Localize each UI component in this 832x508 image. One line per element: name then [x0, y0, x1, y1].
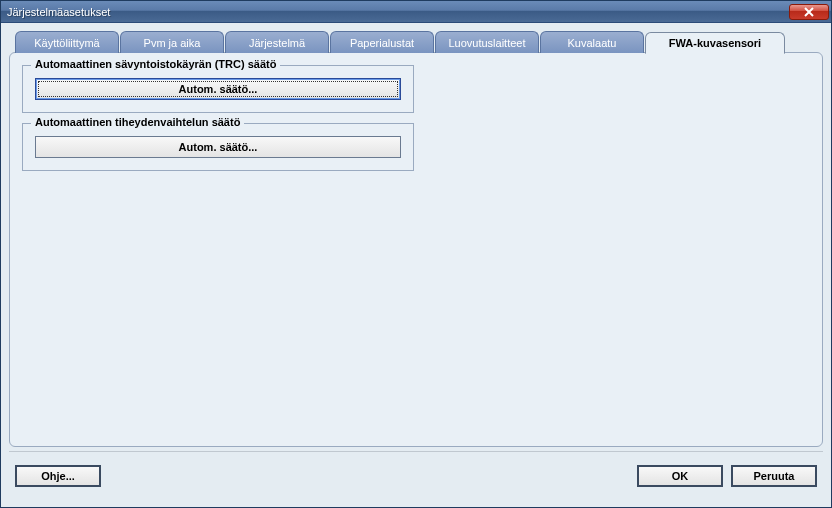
client-area: Käyttöliittymä Pvm ja aika Järjestelmä P…	[1, 23, 831, 507]
titlebar: Järjestelmäasetukset	[1, 1, 831, 23]
ok-button[interactable]: OK	[637, 465, 723, 487]
tab-paperialustat[interactable]: Paperialustat	[330, 31, 434, 53]
button-label: Ohje...	[41, 470, 75, 482]
tab-label: Paperialustat	[350, 37, 414, 49]
button-label: Peruuta	[754, 470, 795, 482]
tab-kuvalaatu[interactable]: Kuvalaatu	[540, 31, 644, 53]
auto-adjust-trc-button[interactable]: Autom. säätö...	[35, 78, 401, 100]
tab-label: Luovutuslaitteet	[448, 37, 525, 49]
bottom-right-buttons: OK Peruuta	[637, 465, 817, 487]
group-density-title: Automaattinen tiheydenvaihtelun säätö	[31, 116, 244, 128]
group-trc-title: Automaattinen sävyntoistokäyrän (TRC) sä…	[31, 58, 280, 70]
tab-kayttoliittyma[interactable]: Käyttöliittymä	[15, 31, 119, 53]
tab-label: Järjestelmä	[249, 37, 305, 49]
tab-label: Pvm ja aika	[144, 37, 201, 49]
tab-label: Käyttöliittymä	[34, 37, 99, 49]
button-label: OK	[672, 470, 689, 482]
tab-jarjestelma[interactable]: Järjestelmä	[225, 31, 329, 53]
window-title: Järjestelmäasetukset	[7, 6, 110, 18]
tab-label: FWA-kuvasensori	[669, 37, 761, 49]
close-button[interactable]	[789, 4, 829, 20]
button-label: Autom. säätö...	[179, 83, 258, 95]
tabs-row: Käyttöliittymä Pvm ja aika Järjestelmä P…	[9, 31, 823, 53]
help-button[interactable]: Ohje...	[15, 465, 101, 487]
window-root: Järjestelmäasetukset Käyttöliittymä Pvm …	[0, 0, 832, 508]
button-label: Autom. säätö...	[179, 141, 258, 153]
tab-fwa-kuvasensori[interactable]: FWA-kuvasensori	[645, 32, 785, 54]
tab-label: Kuvalaatu	[568, 37, 617, 49]
close-icon	[804, 7, 814, 17]
group-trc: Automaattinen sävyntoistokäyrän (TRC) sä…	[22, 65, 414, 113]
cancel-button[interactable]: Peruuta	[731, 465, 817, 487]
bottom-bar: Ohje... OK Peruuta	[9, 451, 823, 499]
tab-panel: Automaattinen sävyntoistokäyrän (TRC) sä…	[9, 52, 823, 447]
tab-pvm-ja-aika[interactable]: Pvm ja aika	[120, 31, 224, 53]
group-density: Automaattinen tiheydenvaihtelun säätö Au…	[22, 123, 414, 171]
tab-luovutuslaitteet[interactable]: Luovutuslaitteet	[435, 31, 539, 53]
auto-adjust-density-button[interactable]: Autom. säätö...	[35, 136, 401, 158]
